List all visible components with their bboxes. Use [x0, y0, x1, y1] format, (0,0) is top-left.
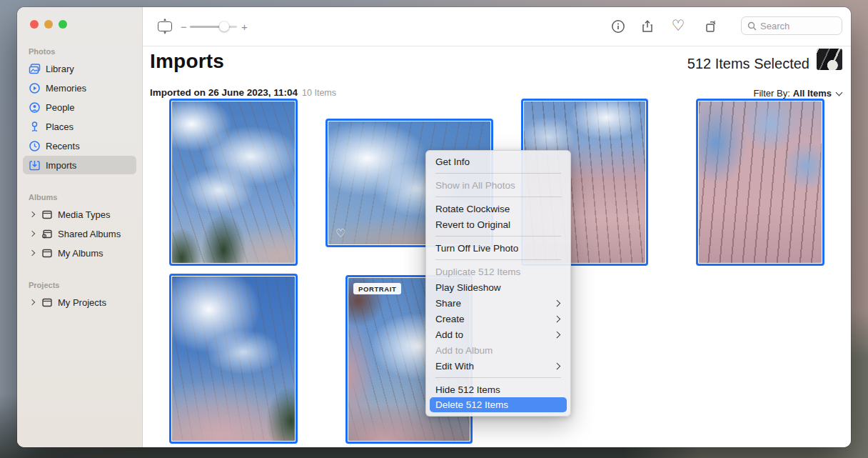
menu-item-rotate-clockwise[interactable]: Rotate Clockwise	[426, 201, 570, 216]
sidebar-item-recents[interactable]: Recents	[23, 136, 136, 155]
album-icon	[41, 297, 53, 309]
sidebar-item-my-albums[interactable]: My Albums	[23, 244, 136, 262]
search-input[interactable]: Search	[741, 16, 842, 35]
heart-icon: ♡	[672, 17, 685, 34]
filter-label: Filter By:	[754, 88, 790, 99]
sidebar-section-photos: Photos	[29, 47, 142, 56]
menu-item-play-slideshow[interactable]: Play Slideshow	[426, 279, 570, 295]
menu-item-label: Add to	[435, 329, 463, 340]
menu-item-edit-with[interactable]: Edit With	[426, 358, 570, 374]
submenu-chevron-icon	[555, 316, 561, 322]
sidebar-item-label: My Projects	[58, 297, 106, 308]
sidebar-item-library[interactable]: Library	[23, 59, 136, 78]
people-icon	[29, 101, 41, 114]
places-icon	[29, 121, 41, 133]
sidebar-item-imports[interactable]: Imports	[23, 156, 136, 174]
chevron-right-icon[interactable]	[29, 299, 36, 306]
menu-separator	[435, 236, 561, 237]
rotate-button[interactable]	[700, 16, 722, 36]
context-menu: Get Info Show in All Photos Rotate Clock…	[425, 150, 571, 417]
window-controls	[17, 7, 142, 29]
album-icon	[41, 209, 53, 221]
submenu-chevron-icon	[555, 363, 561, 369]
menu-item-show-in-all-photos: Show in All Photos	[426, 177, 570, 193]
chevron-right-icon[interactable]	[29, 211, 36, 218]
sidebar-item-label: Imports	[46, 160, 76, 171]
close-button[interactable]	[30, 20, 39, 29]
library-icon	[29, 63, 41, 75]
search-icon	[747, 21, 757, 31]
minimize-button[interactable]	[44, 20, 53, 29]
selection-status: 512 Items Selected	[687, 56, 809, 72]
toolbar: ▲ ▼ − + ♡	[143, 7, 851, 46]
chevron-right-icon[interactable]	[29, 249, 36, 257]
portrait-badge: PORTRAIT	[353, 283, 401, 294]
imports-icon	[29, 159, 41, 171]
sidebar-item-label: My Albums	[58, 248, 104, 259]
menu-item-add-to-album: Add to Album	[426, 342, 570, 358]
sidebar-item-people[interactable]: People	[23, 98, 136, 116]
zoom-button[interactable]	[59, 20, 67, 29]
slider-thumb[interactable]	[219, 21, 229, 31]
sidebar-item-label: People	[46, 102, 74, 113]
menu-item-delete[interactable]: Delete 512 Items	[430, 397, 567, 412]
sidebar-item-label: Media Types	[58, 209, 110, 220]
photo-image	[699, 101, 822, 263]
content-area: ▲ ▼ − + ♡	[143, 7, 851, 447]
aspect-ratio-icon[interactable]: ▲ ▼	[154, 16, 176, 36]
sidebar-item-label: Recents	[46, 141, 80, 151]
menu-separator	[435, 196, 561, 197]
page-title: Imports	[150, 50, 224, 73]
sidebar-item-memories[interactable]: Memories	[23, 79, 136, 97]
zoom-out-button[interactable]: −	[181, 21, 187, 33]
sidebar-item-media-types[interactable]: Media Types	[23, 205, 136, 224]
selection-thumbnail	[817, 49, 842, 70]
menu-item-hide[interactable]: Hide 512 Items	[426, 382, 570, 397]
menu-item-add-to[interactable]: Add to	[426, 327, 570, 342]
aspect-box-icon	[158, 21, 172, 31]
menu-item-label: Share	[435, 298, 461, 309]
menu-item-turn-off-live-photo[interactable]: Turn Off Live Photo	[426, 240, 570, 256]
recents-icon	[29, 140, 41, 152]
sidebar-item-label: Memories	[46, 83, 86, 94]
favorite-heart-icon: ♡	[335, 226, 345, 240]
menu-item-label: Edit With	[435, 361, 474, 372]
menu-item-duplicate: Duplicate 512 Items	[426, 264, 570, 279]
menu-separator	[435, 377, 561, 378]
share-button[interactable]	[637, 16, 658, 36]
info-button[interactable]	[607, 16, 629, 36]
album-icon	[41, 247, 53, 259]
search-placeholder: Search	[760, 21, 789, 31]
menu-item-create[interactable]: Create	[426, 311, 570, 327]
thumbnail-zoom-slider[interactable]	[190, 21, 237, 31]
menu-item-get-info[interactable]: Get Info	[426, 154, 570, 169]
sidebar-item-label: Shared Albums	[58, 229, 121, 239]
chevron-right-icon[interactable]	[29, 230, 36, 237]
filter-control[interactable]: Filter By: All Items	[754, 88, 842, 99]
menu-separator	[435, 259, 561, 260]
zoom-in-button[interactable]: +	[241, 21, 248, 33]
sidebar-item-label: Places	[46, 121, 74, 132]
sidebar: Photos Library Memories People	[17, 7, 143, 447]
import-date-label: Imported on 26 June 2023, 11:04	[150, 87, 298, 98]
photo-thumbnail-1[interactable]	[169, 99, 298, 266]
submenu-chevron-icon	[555, 300, 561, 307]
menu-item-share[interactable]: Share	[426, 295, 570, 311]
filter-value: All Items	[793, 88, 832, 99]
sidebar-item-my-projects[interactable]: My Projects	[23, 293, 136, 312]
sidebar-item-label: Library	[46, 64, 74, 74]
info-icon	[610, 19, 626, 34]
sidebar-item-places[interactable]: Places	[23, 117, 136, 136]
photo-thumbnail-4[interactable]	[696, 99, 824, 266]
favorite-button[interactable]: ♡	[667, 16, 689, 36]
triangle-down-icon: ▼	[163, 31, 167, 35]
photo-thumbnail-5[interactable]	[169, 274, 298, 444]
photo-image	[172, 101, 295, 263]
item-count-label: 10 Items	[302, 88, 336, 98]
photo-image	[172, 277, 295, 441]
sidebar-section-projects: Projects	[29, 281, 142, 289]
rotate-icon	[703, 19, 719, 34]
menu-item-label: Create	[435, 314, 465, 324]
menu-item-revert-to-original[interactable]: Revert to Original	[426, 216, 570, 232]
sidebar-item-shared-albums[interactable]: Shared Albums	[23, 224, 136, 243]
